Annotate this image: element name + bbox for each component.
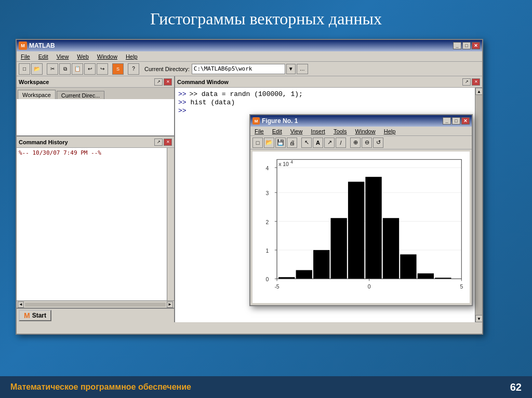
fig-new-button[interactable]: □ <box>252 138 263 148</box>
command-window-title: Command Window <box>177 79 229 85</box>
svg-rect-22 <box>383 218 399 279</box>
workspace-panel-header: Workspace ↗ ✕ <box>17 76 174 88</box>
paste-button[interactable]: 📋 <box>72 63 83 75</box>
cmd-undock-button[interactable]: ↗ <box>462 78 471 86</box>
history-panel-buttons: ↗ ✕ <box>154 139 172 146</box>
redo-button[interactable]: ↪ <box>97 63 108 75</box>
cmd-line-2: >> hist (data) <box>178 99 472 106</box>
simulink-button[interactable]: S <box>112 63 124 75</box>
histogram-chart: x 10 4 0 1 2 3 4 -5 0 5 <box>252 152 470 303</box>
workspace-panel-title: Workspace <box>19 79 49 85</box>
figure-menu-view[interactable]: View <box>288 128 305 135</box>
copy-button[interactable]: ⧉ <box>59 63 71 75</box>
start-area: M Start <box>17 308 174 322</box>
cut-icon: ✂ <box>50 66 55 72</box>
dir-browse-button[interactable]: … <box>297 64 308 74</box>
svg-text:1: 1 <box>266 248 269 254</box>
start-logo-icon: M <box>24 311 30 320</box>
cmd-prompt-2: >> <box>178 99 190 106</box>
figure-menu-file[interactable]: File <box>252 128 266 135</box>
figure-close-button[interactable]: ✕ <box>461 117 470 125</box>
maximize-button[interactable]: □ <box>462 42 471 49</box>
workspace-panel-buttons: ↗ ✕ <box>154 78 172 86</box>
vscroll-up-button[interactable]: ▲ <box>475 88 483 95</box>
command-window-scrollbar[interactable]: ▲ ▼ <box>475 88 482 322</box>
svg-rect-19 <box>330 218 347 279</box>
figure-minimize-button[interactable]: _ <box>443 117 451 125</box>
fig-zoom-out-button[interactable]: ⊖ <box>362 138 372 148</box>
menu-web[interactable]: Web <box>75 53 90 60</box>
fig-text-button[interactable]: A <box>313 138 323 148</box>
svg-text:-5: -5 <box>274 284 279 290</box>
scroll-left-button[interactable]: ◄ <box>18 301 24 308</box>
slide-title: Гистограммы векторных данных <box>0 0 532 34</box>
history-close-button[interactable]: ✕ <box>164 139 172 146</box>
figure-menu-insert[interactable]: Insert <box>309 128 327 135</box>
start-label: Start <box>32 312 46 319</box>
help-icon: ? <box>132 66 135 72</box>
fig-select-button[interactable]: ↖ <box>301 138 312 148</box>
matlab-titlebar: M MATLAB _ □ ✕ <box>17 40 482 51</box>
footer-page-number: 62 <box>510 381 522 393</box>
workspace-close-button[interactable]: ✕ <box>164 78 172 86</box>
history-horizontal-scrollbar[interactable]: ◄ ► <box>17 300 174 308</box>
cut-button[interactable]: ✂ <box>47 63 58 75</box>
history-undock-button[interactable]: ↗ <box>154 139 163 146</box>
figure-maximize-button[interactable]: □ <box>452 117 460 125</box>
svg-rect-17 <box>296 270 312 279</box>
fig-arrow-button[interactable]: ↗ <box>324 138 335 148</box>
figure-menu-help[interactable]: Help <box>382 128 398 135</box>
fig-print-button[interactable]: 🖨 <box>287 138 297 148</box>
help-button[interactable]: ? <box>128 63 139 75</box>
svg-rect-24 <box>418 273 434 279</box>
undo-icon: ↩ <box>88 66 92 72</box>
figure-menu-window[interactable]: Window <box>353 128 378 135</box>
figure-window-title: Figure No. 1 <box>262 117 298 125</box>
cmd-code-1: >> data = randn (100000, 1); <box>189 90 302 98</box>
figure-window: M Figure No. 1 _ □ ✕ File Edit View Inse… <box>249 114 473 306</box>
minimize-button[interactable]: _ <box>453 42 461 49</box>
current-dir-tab[interactable]: Current Direc... <box>57 91 105 99</box>
workspace-tab[interactable]: Workspace <box>18 90 56 99</box>
menu-window[interactable]: Window <box>95 53 119 60</box>
current-dir-input[interactable]: C:\MATLAB6p5\work <box>192 64 285 74</box>
svg-text:3: 3 <box>266 190 269 196</box>
undo-button[interactable]: ↩ <box>84 63 96 75</box>
cmd-close-button[interactable]: ✕ <box>472 78 480 86</box>
new-file-button[interactable]: □ <box>19 63 30 75</box>
open-button[interactable]: 📂 <box>31 63 43 75</box>
svg-text:0: 0 <box>368 284 371 290</box>
close-button[interactable]: ✕ <box>472 42 480 49</box>
command-history-title: Command History <box>19 139 68 145</box>
svg-text:5: 5 <box>460 284 463 290</box>
svg-rect-18 <box>313 250 329 279</box>
fig-open-button[interactable]: 📂 <box>264 138 274 148</box>
current-dir-label: Current Directory: <box>144 66 190 72</box>
simulink-icon: S <box>116 66 119 72</box>
plot-container: x 10 4 0 1 2 3 4 -5 0 5 <box>252 152 470 303</box>
fig-zoom-in-button[interactable]: ⊕ <box>350 138 361 148</box>
vscroll-down-button[interactable]: ▼ <box>475 315 483 322</box>
start-button[interactable]: M Start <box>19 310 51 321</box>
menu-file[interactable]: File <box>19 53 32 60</box>
matlab-window-title: MATLAB <box>29 42 55 49</box>
menu-view[interactable]: View <box>55 53 71 60</box>
scroll-right-button[interactable]: ► <box>167 301 173 308</box>
figure-titlebar: M Figure No. 1 _ □ ✕ <box>250 115 472 127</box>
figure-content: x 10 4 0 1 2 3 4 -5 0 5 <box>250 149 472 305</box>
fig-rotate-button[interactable]: ↺ <box>373 138 383 148</box>
fig-save-button[interactable]: 💾 <box>275 138 286 148</box>
figure-menu-tools[interactable]: Tools <box>331 128 349 135</box>
history-vertical-scrollbar[interactable] <box>167 148 174 300</box>
fig-line-button[interactable]: / <box>336 138 346 148</box>
scroll-track <box>25 303 166 307</box>
menu-edit[interactable]: Edit <box>36 53 50 60</box>
command-history-panel: Command History ↗ ✕ %-- 10/30/07 7:49 PM… <box>17 135 174 308</box>
figure-menu-edit[interactable]: Edit <box>270 128 284 135</box>
history-entry: %-- 10/30/07 7:49 PM --% <box>18 149 166 157</box>
redo-icon: ↪ <box>100 66 104 72</box>
dir-dropdown-button[interactable]: ▼ <box>286 64 296 74</box>
matlab-window-controls: _ □ ✕ <box>453 42 480 49</box>
menu-help[interactable]: Help <box>124 53 140 60</box>
workspace-undock-button[interactable]: ↗ <box>154 78 163 86</box>
